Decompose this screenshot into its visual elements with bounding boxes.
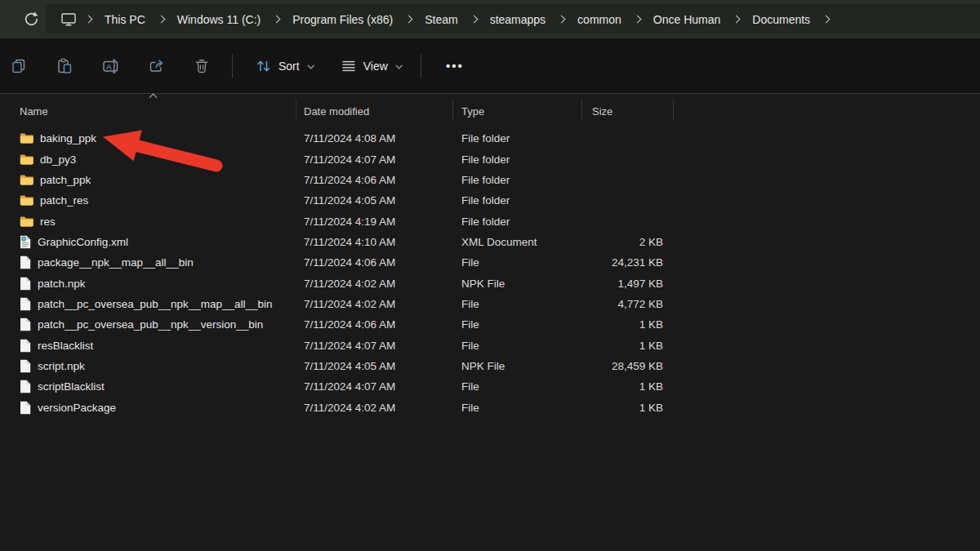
file-row[interactable]: script.npk 7/11/2024 4:05 AM NPK File 28… (0, 356, 980, 376)
file-row[interactable]: patch_ppk 7/11/2024 4:06 AM File folder (0, 170, 980, 190)
column-header-name[interactable]: Name (0, 95, 296, 127)
file-row[interactable]: patch_res 7/11/2024 4:05 AM File folder (0, 190, 980, 211)
rename-icon: A (102, 58, 119, 74)
file-date-modified: 7/11/2024 4:02 AM (296, 278, 452, 290)
file-date-modified: 7/11/2024 4:05 AM (296, 194, 452, 207)
refresh-icon (23, 11, 40, 28)
column-header-size[interactable]: Size (581, 95, 673, 127)
file-name: scriptBlacklist (38, 380, 105, 393)
file-row[interactable]: versionPackage 7/11/2024 4:02 AM File 1 … (0, 397, 980, 417)
file-name: patch_ppk (40, 174, 91, 186)
file-type: File (452, 256, 581, 269)
breadcrumb-item[interactable]: Steam (417, 9, 465, 30)
chevron-right-icon (273, 16, 281, 24)
file-date-modified: 7/11/2024 4:08 AM (296, 132, 452, 144)
file-icon (20, 401, 31, 415)
folder-icon (20, 216, 33, 228)
file-row[interactable]: resBlacklist 7/11/2024 4:07 AM File 1 KB (0, 335, 980, 355)
delete-button[interactable] (186, 51, 217, 81)
paste-icon (56, 58, 73, 74)
file-size: 1 KB (581, 380, 673, 393)
file-size: 1 KB (581, 318, 673, 331)
column-header-type[interactable]: Type (452, 95, 581, 127)
refresh-button[interactable] (16, 5, 46, 33)
file-name: GraphicConfig.xml (38, 236, 128, 248)
file-row[interactable]: baking_ppk 7/11/2024 4:08 AM File folder (0, 128, 980, 149)
sort-icon (256, 58, 272, 74)
sort-label: Sort (278, 60, 300, 73)
file-type: File (452, 402, 581, 414)
sort-menu-button[interactable]: Sort (247, 51, 321, 81)
chevron-right-icon (822, 16, 831, 24)
file-date-modified: 7/11/2024 4:07 AM (296, 380, 452, 393)
file-row[interactable]: patch__pc_oversea_pub__npk__map__all__bi… (0, 294, 980, 314)
file-size: 1,497 KB (581, 278, 673, 290)
paste-button[interactable] (49, 51, 80, 81)
file-name: db_py3 (40, 153, 76, 166)
file-date-modified: 7/11/2024 4:06 AM (296, 174, 452, 186)
share-icon (148, 58, 165, 74)
file-size: 4,772 KB (581, 298, 673, 310)
file-size: 24,231 KB (581, 256, 673, 269)
file-type: File folder (452, 174, 581, 186)
view-label: View (363, 60, 388, 73)
chevron-right-icon (157, 16, 165, 24)
file-type: File (452, 298, 581, 310)
file-type: File (452, 318, 581, 331)
column-header-empty (673, 95, 980, 127)
file-name: patch__pc_oversea_pub__npk__map__all__bi… (38, 298, 272, 310)
file-row[interactable]: package__npk__map__all__bin 7/11/2024 4:… (0, 252, 980, 273)
file-type: File (452, 340, 581, 352)
breadcrumb-item[interactable]: Windows 11 (C:) (170, 9, 268, 30)
file-name: baking_ppk (40, 132, 96, 144)
address-bar[interactable]: This PCWindows 11 (C:)Program Files (x86… (46, 4, 980, 34)
copy-button[interactable] (3, 51, 34, 81)
file-type: File (452, 380, 581, 393)
file-type: XML Document (452, 236, 581, 248)
chevron-right-icon (470, 16, 478, 24)
file-row[interactable]: patch.npk 7/11/2024 4:02 AM NPK File 1,4… (0, 273, 980, 293)
file-name: patch.npk (38, 278, 86, 290)
breadcrumb-item[interactable]: This PC (97, 9, 153, 30)
breadcrumb-item[interactable]: steamapps (483, 9, 553, 30)
file-size: 2 KB (581, 236, 673, 248)
file-type: NPK File (452, 360, 581, 372)
view-icon (341, 58, 357, 74)
file-row[interactable]: scriptBlacklist 7/11/2024 4:07 AM File 1… (0, 376, 980, 397)
breadcrumb-item[interactable]: Documents (745, 9, 817, 30)
file-icon (20, 380, 31, 393)
view-menu-button[interactable]: View (332, 51, 409, 81)
file-icon (20, 359, 31, 373)
breadcrumb-item[interactable]: Once Human (646, 9, 728, 30)
file-list: baking_ppk 7/11/2024 4:08 AM File folder… (0, 128, 980, 418)
file-date-modified: 7/11/2024 4:06 AM (296, 256, 452, 269)
file-date-modified: 7/11/2024 4:07 AM (296, 340, 452, 352)
title-breadcrumb-bar: This PCWindows 11 (C:)Program Files (x86… (0, 0, 980, 38)
folder-icon (20, 194, 33, 207)
chevron-right-icon (633, 16, 641, 24)
share-button[interactable] (140, 51, 172, 81)
breadcrumb: This PCWindows 11 (C:)Program Files (x86… (80, 9, 835, 30)
file-icon (20, 318, 31, 331)
breadcrumb-item[interactable]: common (570, 9, 629, 30)
file-date-modified: 7/11/2024 4:07 AM (296, 153, 452, 166)
chevron-right-icon (558, 16, 566, 24)
column-header-row: Name Date modified Type Size (0, 95, 980, 127)
file-row[interactable]: db_py3 7/11/2024 4:07 AM File folder (0, 149, 980, 169)
breadcrumb-item[interactable]: Program Files (x86) (285, 9, 400, 30)
rename-button[interactable]: A (95, 51, 126, 81)
file-icon (20, 339, 31, 353)
file-date-modified: 7/11/2024 4:19 AM (296, 216, 452, 228)
chevron-down-icon (395, 62, 402, 69)
file-type: File folder (452, 194, 581, 207)
chevron-right-icon (733, 16, 741, 24)
file-row[interactable]: GraphicConfig.xml 7/11/2024 4:10 AM XML … (0, 232, 980, 252)
file-icon (20, 297, 31, 311)
this-pc-icon (60, 11, 77, 27)
command-toolbar: A (0, 38, 980, 94)
file-row[interactable]: patch__pc_oversea_pub__npk__version__bin… (0, 314, 980, 335)
file-row[interactable]: res 7/11/2024 4:19 AM File folder (0, 211, 980, 231)
see-more-button[interactable]: ••• (439, 51, 470, 81)
file-name: script.npk (38, 360, 85, 372)
column-header-date-modified[interactable]: Date modified (296, 95, 452, 127)
